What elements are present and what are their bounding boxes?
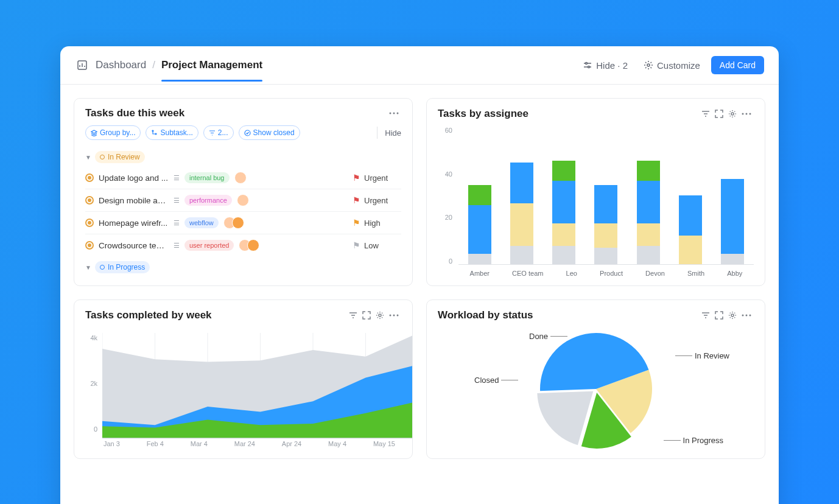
more-icon[interactable] xyxy=(387,312,401,319)
svg-point-16 xyxy=(393,315,395,317)
task-row[interactable]: Homepage wirefr... ☰ webflow ⚑ High xyxy=(85,212,401,234)
priority-label: Urgent xyxy=(364,196,388,205)
pie-label-closed: Closed xyxy=(474,376,518,385)
svg-point-7 xyxy=(152,130,153,131)
svg-point-8 xyxy=(155,133,156,135)
task-name: Homepage wirefr... xyxy=(99,219,169,228)
card-title: Tasks completed by week xyxy=(85,309,212,321)
card-title: Tasks due this week xyxy=(85,107,184,119)
status-circle-icon[interactable] xyxy=(85,196,94,205)
breadcrumb-active[interactable]: Project Management xyxy=(161,59,262,71)
priority-label: Low xyxy=(364,241,379,250)
svg-point-14 xyxy=(379,314,381,317)
dashboard-icon xyxy=(75,58,90,72)
avatars[interactable] xyxy=(237,194,249,206)
subtask-icon xyxy=(151,130,158,136)
expand-icon[interactable] xyxy=(712,107,726,121)
expand-icon[interactable] xyxy=(360,309,373,322)
workload-card: Workload by status In ReviewDoneClosedIn… xyxy=(426,299,765,459)
avatar xyxy=(237,194,249,206)
filter-count-pill[interactable]: 2... xyxy=(203,125,234,140)
task-name: Update logo and ... xyxy=(99,173,169,183)
svg-point-10 xyxy=(731,113,734,115)
breadcrumb: Dashboard / Project Management xyxy=(96,59,262,71)
tasks-completed-card: Tasks completed by week 4k2k0Jan 3Feb 4M… xyxy=(74,299,413,459)
svg-point-3 xyxy=(647,64,650,66)
svg-point-32 xyxy=(749,315,751,317)
tasks-due-card: Tasks due this week Group by... Subtask.… xyxy=(74,98,413,286)
avatars[interactable] xyxy=(223,217,244,229)
svg-point-6 xyxy=(397,113,399,114)
svg-point-1 xyxy=(586,63,588,65)
svg-point-12 xyxy=(746,113,748,115)
card-title: Workload by status xyxy=(438,309,533,321)
document-icon: ☰ xyxy=(174,197,180,205)
svg-point-15 xyxy=(390,315,391,317)
hide-link[interactable]: Hide xyxy=(377,127,401,139)
svg-point-4 xyxy=(390,113,391,114)
priority-label: Urgent xyxy=(364,173,388,183)
completed-area-chart: 4k2k0Jan 3Feb 4Mar 4Mar 24Apr 24May 4May… xyxy=(85,328,401,450)
task-tag[interactable]: performance xyxy=(184,195,232,206)
tasks-by-assignee-card: Tasks by assignee 6040200AmberCEO teamLe… xyxy=(426,98,765,286)
status-badge[interactable]: In Progress xyxy=(95,261,150,273)
breadcrumb-root[interactable]: Dashboard xyxy=(96,59,146,71)
more-icon[interactable] xyxy=(739,110,754,117)
gear-icon[interactable] xyxy=(373,309,387,322)
document-icon: ☰ xyxy=(174,242,180,250)
group-by-pill[interactable]: Group by... xyxy=(85,125,141,140)
status-badge[interactable]: In Review xyxy=(95,151,145,163)
customize-action[interactable]: Customize xyxy=(639,60,705,71)
svg-point-17 xyxy=(397,315,399,317)
avatar xyxy=(232,217,244,229)
subtask-pill[interactable]: Subtask... xyxy=(146,125,198,140)
assignee-bar-chart: 6040200AmberCEO teamLeoProductDevonSmith… xyxy=(438,127,754,277)
svg-point-29 xyxy=(731,314,734,317)
add-card-button[interactable]: Add Card xyxy=(711,56,764,74)
task-row[interactable]: Design mobile ap... ☰ performance ⚑ Urge… xyxy=(85,189,401,212)
status-circle-icon[interactable] xyxy=(85,219,94,227)
gear-icon[interactable] xyxy=(726,309,739,322)
document-icon: ☰ xyxy=(174,219,180,227)
pie-label-in-review: In Review xyxy=(675,351,729,360)
status-circle-icon[interactable] xyxy=(85,241,94,250)
filter-icon[interactable] xyxy=(699,309,712,322)
avatar xyxy=(247,239,259,251)
document-icon: ☰ xyxy=(174,174,180,182)
card-title: Tasks by assignee xyxy=(438,108,528,120)
svg-point-5 xyxy=(393,113,395,114)
status-circle-icon[interactable] xyxy=(85,173,94,182)
svg-point-30 xyxy=(742,315,744,317)
svg-point-13 xyxy=(749,113,751,115)
chevron-down-icon[interactable]: ▼ xyxy=(85,154,91,161)
task-tag[interactable]: webflow xyxy=(184,217,219,228)
task-tag[interactable]: user reported xyxy=(184,240,234,251)
sliders-icon xyxy=(583,60,592,70)
task-row[interactable]: Crowdsource tem... ☰ user reported ⚑ Low xyxy=(85,234,401,256)
task-tag[interactable]: internal bug xyxy=(184,172,230,183)
gear-icon[interactable] xyxy=(726,107,739,121)
expand-icon[interactable] xyxy=(712,309,726,322)
task-name: Crowdsource tem... xyxy=(99,241,169,250)
flag-icon: ⚑ xyxy=(353,173,360,183)
filter-icon[interactable] xyxy=(346,309,360,322)
breadcrumb-separator: / xyxy=(152,59,155,71)
more-icon[interactable] xyxy=(387,110,401,117)
header: Dashboard / Project Management Hide · 2 … xyxy=(60,46,779,85)
gear-icon xyxy=(644,60,653,70)
svg-point-2 xyxy=(588,66,590,68)
layers-icon xyxy=(91,130,97,136)
more-icon[interactable] xyxy=(739,312,754,319)
flag-icon: ⚑ xyxy=(353,218,360,228)
flag-icon: ⚑ xyxy=(353,195,360,205)
priority-label: High xyxy=(364,219,381,228)
avatars[interactable] xyxy=(239,239,259,251)
workload-pie-chart: In ReviewDoneClosedIn Progress xyxy=(438,328,754,450)
task-row[interactable]: Update logo and ... ☰ internal bug ⚑ Urg… xyxy=(85,167,401,189)
pie-label-done: Done xyxy=(529,332,567,341)
filter-icon[interactable] xyxy=(699,107,712,121)
avatars[interactable] xyxy=(234,172,247,184)
chevron-down-icon[interactable]: ▼ xyxy=(85,264,91,271)
hide-columns-action[interactable]: Hide · 2 xyxy=(578,60,633,71)
show-closed-pill[interactable]: Show closed xyxy=(239,125,300,140)
